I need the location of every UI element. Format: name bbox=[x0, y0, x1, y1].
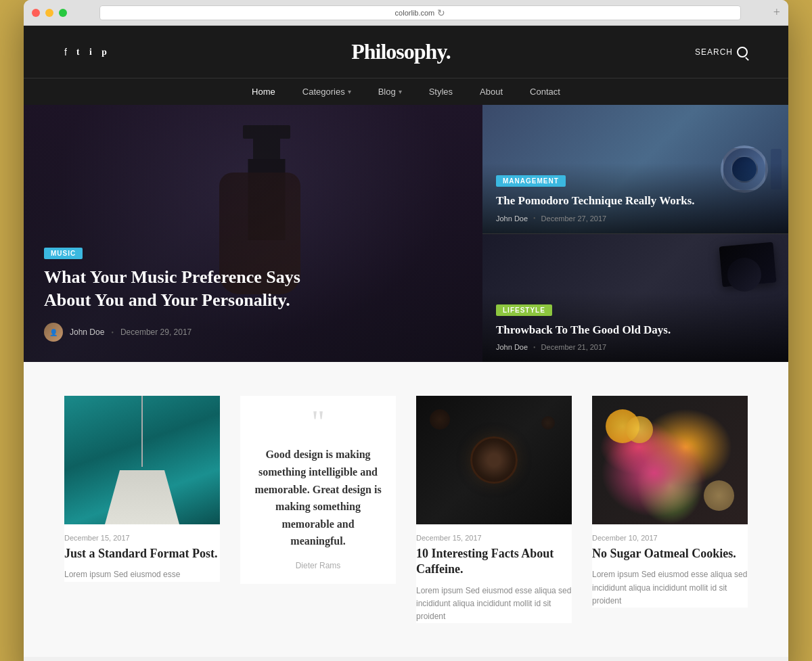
maximize-button[interactable] bbox=[59, 9, 67, 17]
hero-section: MUSIC What Your Music Preference Says Ab… bbox=[24, 105, 788, 362]
nav-home[interactable]: Home bbox=[252, 87, 275, 97]
facebook-icon[interactable]: f bbox=[64, 47, 67, 58]
site-footer: www.heritagechristiancollege.com bbox=[24, 657, 788, 661]
nav-styles[interactable]: Styles bbox=[429, 87, 453, 97]
post-card-coffee[interactable]: December 15, 2017 10 Interesting Facts A… bbox=[416, 396, 572, 623]
quote-card: " Good design is making something intell… bbox=[240, 396, 396, 584]
post-card-body-1: December 15, 2017 Just a Standard Format… bbox=[64, 524, 220, 582]
dark-circle bbox=[727, 258, 761, 292]
card1-title: The Pomodoro Technique Really Works. bbox=[496, 193, 775, 208]
close-button[interactable] bbox=[32, 9, 40, 17]
post-excerpt-4: Lorem ipsum Sed eiusmod esse aliqua sed … bbox=[592, 568, 748, 608]
quote-mark: " bbox=[311, 409, 325, 435]
twitter-icon[interactable]: 𝐭 bbox=[76, 46, 80, 58]
refresh-icon[interactable]: ↻ bbox=[437, 7, 445, 18]
search-icon[interactable] bbox=[737, 47, 748, 58]
post-card-lamp[interactable]: December 15, 2017 Just a Standard Format… bbox=[64, 396, 220, 582]
hero-main-post[interactable]: MUSIC What Your Music Preference Says Ab… bbox=[24, 105, 482, 362]
nav-contact[interactable]: Contact bbox=[530, 87, 560, 97]
post-card-cookies[interactable]: December 10, 2017 No Sugar Oatmeal Cooki… bbox=[592, 396, 748, 608]
hero-avatar: 👤 bbox=[44, 323, 63, 342]
url-text: colorlib.com bbox=[395, 9, 435, 17]
post-title-3: 10 Interesting Facts About Caffeine. bbox=[416, 546, 572, 578]
post-date-1: December 15, 2017 bbox=[64, 534, 220, 542]
card1-date: December 27, 2017 bbox=[541, 214, 607, 223]
hero-card-management[interactable]: MANAGEMENT The Pomodoro Technique Really… bbox=[482, 105, 788, 233]
post-title-4: No Sugar Oatmeal Cookies. bbox=[592, 546, 748, 562]
quote-text: Good design is making something intellig… bbox=[254, 446, 382, 550]
address-bar[interactable]: colorlib.com ↻ bbox=[99, 5, 741, 20]
posts-grid: December 15, 2017 Just a Standard Format… bbox=[64, 396, 748, 623]
cookie-shape bbox=[704, 480, 734, 511]
website-content: f 𝐭 𝐢 𝐩 Philosophy. SEARCH Home Categori… bbox=[24, 26, 788, 661]
lamp-cord bbox=[141, 396, 143, 467]
site-logo[interactable]: Philosophy. bbox=[351, 39, 450, 64]
hero-dot: • bbox=[111, 329, 114, 336]
lifestyle-badge[interactable]: LIFESTYLE bbox=[496, 304, 552, 316]
card2-date: December 21, 2017 bbox=[541, 343, 607, 351]
post-image-flowers bbox=[592, 396, 748, 524]
search-area[interactable]: SEARCH bbox=[695, 47, 748, 58]
browser-window: colorlib.com ↻ + f 𝐭 𝐢 𝐩 Philosophy. SEA… bbox=[24, 0, 788, 661]
new-tab-button[interactable]: + bbox=[773, 5, 780, 20]
main-content: December 15, 2017 Just a Standard Format… bbox=[24, 362, 788, 657]
nav-categories[interactable]: Categories ▾ bbox=[302, 87, 351, 97]
card2-content: LIFESTYLE Throwback To The Good Old Days… bbox=[482, 292, 788, 362]
card1-author: John Doe bbox=[496, 214, 528, 223]
card2-author: John Doe bbox=[496, 343, 528, 351]
hero-title: What Your Music Preference Says About Yo… bbox=[44, 266, 301, 312]
quote-author: Dieter Rams bbox=[296, 561, 341, 570]
search-label: SEARCH bbox=[695, 47, 733, 57]
card1-content: MANAGEMENT The Pomodoro Technique Really… bbox=[482, 163, 788, 233]
hero-meta: 👤 John Doe • December 29, 2017 bbox=[44, 323, 301, 342]
hero-card-lifestyle[interactable]: LIFESTYLE Throwback To The Good Old Days… bbox=[482, 234, 788, 363]
nav-about[interactable]: About bbox=[480, 87, 503, 97]
chevron-down-icon: ▾ bbox=[399, 88, 402, 95]
post-excerpt-1: Lorem ipsum Sed eiusmod esse bbox=[64, 568, 220, 581]
nav-blog[interactable]: Blog ▾ bbox=[378, 87, 402, 97]
card2-meta: John Doe • December 21, 2017 bbox=[496, 343, 775, 351]
post-title-1: Just a Standard Format Post. bbox=[64, 546, 220, 562]
hero-sidebar: MANAGEMENT The Pomodoro Technique Really… bbox=[482, 105, 788, 362]
coffee-cup bbox=[470, 436, 518, 484]
post-card-body-3: December 15, 2017 10 Interesting Facts A… bbox=[416, 524, 572, 623]
site-nav: Home Categories ▾ Blog ▾ Styles About Co… bbox=[24, 78, 788, 105]
post-date-4: December 10, 2017 bbox=[592, 534, 748, 542]
card1-meta: John Doe • December 27, 2017 bbox=[496, 214, 775, 223]
chevron-down-icon: ▾ bbox=[348, 88, 351, 95]
browser-titlebar: colorlib.com ↻ + bbox=[24, 0, 788, 26]
hero-main-image: MUSIC What Your Music Preference Says Ab… bbox=[24, 105, 482, 362]
post-date-3: December 15, 2017 bbox=[416, 534, 572, 542]
post-card-body-4: December 10, 2017 No Sugar Oatmeal Cooki… bbox=[592, 524, 748, 608]
coffee-drop-1 bbox=[430, 409, 450, 430]
flower-yellow-2 bbox=[626, 416, 653, 443]
social-icons: f 𝐭 𝐢 𝐩 bbox=[64, 46, 107, 58]
instagram-icon[interactable]: 𝐢 bbox=[89, 46, 92, 58]
post-image-lamp bbox=[64, 396, 220, 524]
hero-content: MUSIC What Your Music Preference Says Ab… bbox=[44, 246, 301, 342]
lamp-shape bbox=[105, 470, 179, 524]
site-header: f 𝐭 𝐢 𝐩 Philosophy. SEARCH bbox=[24, 26, 788, 78]
music-badge[interactable]: MUSIC bbox=[44, 248, 83, 259]
hero-date: December 29, 2017 bbox=[120, 327, 191, 337]
pinterest-icon[interactable]: 𝐩 bbox=[102, 46, 107, 58]
card2-title: Throwback To The Good Old Days. bbox=[496, 323, 775, 338]
coffee-drop-2 bbox=[541, 416, 555, 430]
post-image-coffee bbox=[416, 396, 572, 524]
minimize-button[interactable] bbox=[45, 9, 53, 17]
management-badge[interactable]: MANAGEMENT bbox=[496, 175, 566, 187]
post-excerpt-3: Lorem ipsum Sed eiusmod esse aliqua sed … bbox=[416, 585, 572, 624]
hero-author: John Doe bbox=[70, 327, 104, 337]
